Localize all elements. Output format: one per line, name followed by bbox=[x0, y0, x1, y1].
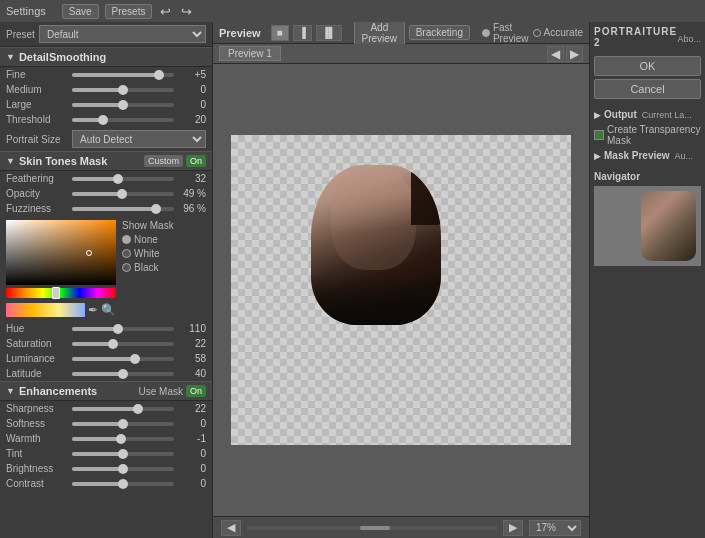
fine-label: Fine bbox=[6, 69, 68, 80]
black-radio-row[interactable]: Black bbox=[122, 262, 174, 273]
feathering-track[interactable] bbox=[72, 177, 174, 181]
threshold-track[interactable] bbox=[72, 118, 174, 122]
opacity-track[interactable] bbox=[72, 192, 174, 196]
medium-value: 0 bbox=[178, 84, 206, 95]
eyedropper-icon[interactable]: ✒ bbox=[88, 303, 98, 317]
prev-arrow[interactable]: ◀ bbox=[547, 46, 564, 62]
split-view-btn[interactable]: ▐ bbox=[293, 25, 312, 41]
portrait-mask bbox=[311, 165, 441, 325]
accurate-label: Accurate bbox=[544, 27, 583, 38]
hue-label: Hue bbox=[6, 323, 68, 334]
swatch-bar bbox=[6, 303, 85, 317]
preview-tabs-bar: Preview ■ ▐ ▐▌ Add Preview Bracketing Fa… bbox=[213, 22, 589, 44]
hue-value: 110 bbox=[178, 323, 206, 334]
scroll-bar[interactable] bbox=[247, 526, 497, 530]
none-radio-row[interactable]: None bbox=[122, 234, 174, 245]
none-label: None bbox=[134, 234, 158, 245]
portrait-size-select[interactable]: Auto Detect bbox=[72, 130, 206, 148]
fast-preview-radio[interactable] bbox=[482, 29, 490, 37]
zoom-select[interactable]: 17% 25% 50% 100% bbox=[529, 520, 581, 536]
contrast-track[interactable] bbox=[72, 482, 174, 486]
tint-track[interactable] bbox=[72, 452, 174, 456]
threshold-value: 20 bbox=[178, 114, 206, 125]
large-track[interactable] bbox=[72, 103, 174, 107]
medium-label: Medium bbox=[6, 84, 68, 95]
softness-label: Softness bbox=[6, 418, 68, 429]
show-mask-box: Show Mask None White Black bbox=[122, 220, 174, 273]
mask-preview-label[interactable]: Mask Preview bbox=[604, 150, 670, 161]
use-mask-label: Use Mask bbox=[139, 386, 183, 397]
large-label: Large bbox=[6, 99, 68, 110]
brightness-track[interactable] bbox=[72, 467, 174, 471]
color-picker[interactable] bbox=[6, 220, 116, 285]
bracketing-btn[interactable]: Bracketing bbox=[409, 25, 470, 40]
skin-tones-header[interactable]: ▼ Skin Tones Mask Custom On bbox=[0, 151, 212, 171]
about-label[interactable]: Abo... bbox=[677, 34, 701, 44]
redo-button[interactable]: ↪ bbox=[179, 4, 194, 19]
center-panel: Preview ■ ▐ ▐▌ Add Preview Bracketing Fa… bbox=[213, 22, 589, 538]
cancel-button[interactable]: Cancel bbox=[594, 79, 701, 99]
add-preview-btn[interactable]: Add Preview bbox=[354, 22, 405, 46]
none-radio[interactable] bbox=[122, 235, 131, 244]
white-label: White bbox=[134, 248, 160, 259]
skin-tones-title: Skin Tones Mask bbox=[19, 155, 144, 167]
swatches-row: ✒ 🔍 bbox=[6, 303, 116, 317]
mask-preview-row: ▶ Mask Preview Au... bbox=[594, 148, 701, 163]
dropper-icon[interactable]: 🔍 bbox=[101, 303, 116, 317]
sharpness-track[interactable] bbox=[72, 407, 174, 411]
save-button[interactable]: Save bbox=[62, 4, 99, 19]
detail-smoothing-header[interactable]: ▼ DetailSmoothing bbox=[0, 47, 212, 67]
navigator-label: Navigator bbox=[594, 171, 701, 182]
hue-bar[interactable] bbox=[6, 288, 116, 298]
canvas-area bbox=[213, 64, 589, 516]
portraiture-title: Portraiture 2 bbox=[594, 26, 677, 48]
mask-preview-arrow: ▶ bbox=[594, 151, 601, 161]
preset-label: Preset bbox=[6, 29, 35, 40]
zoom-out-btn[interactable]: ◀ bbox=[221, 520, 241, 536]
detail-smoothing-toggle: ▼ bbox=[6, 52, 15, 62]
black-radio[interactable] bbox=[122, 263, 131, 272]
fuzziness-slider-row: Fuzziness 96 % bbox=[0, 201, 212, 216]
hue-track[interactable] bbox=[72, 327, 174, 331]
warmth-track[interactable] bbox=[72, 437, 174, 441]
undo-button[interactable]: ↩ bbox=[158, 4, 173, 19]
double-view-btn[interactable]: ▐▌ bbox=[316, 25, 342, 41]
contrast-label: Contrast bbox=[6, 478, 68, 489]
create-transparency-label: Create Transparency Mask bbox=[607, 124, 701, 146]
ok-button[interactable]: OK bbox=[594, 56, 701, 76]
enhancements-header[interactable]: ▼ Enhancements Use Mask On bbox=[0, 381, 212, 401]
opacity-value: 49 % bbox=[178, 188, 206, 199]
skin-tones-on[interactable]: On bbox=[186, 155, 206, 167]
fine-track[interactable] bbox=[72, 73, 174, 77]
luminance-track[interactable] bbox=[72, 357, 174, 361]
preset-select[interactable]: Default bbox=[39, 25, 206, 43]
enhancements-toggle: ▼ bbox=[6, 386, 15, 396]
zoom-in-btn[interactable]: ▶ bbox=[503, 520, 523, 536]
medium-track[interactable] bbox=[72, 88, 174, 92]
enhancements-title: Enhancements bbox=[19, 385, 139, 397]
preset-row: Preset Default bbox=[0, 22, 212, 47]
portrait-image bbox=[311, 165, 441, 325]
latitude-slider-row: Latitude 40 bbox=[0, 366, 212, 381]
softness-track[interactable] bbox=[72, 422, 174, 426]
next-arrow[interactable]: ▶ bbox=[566, 46, 583, 62]
create-transparency-checkbox[interactable] bbox=[594, 130, 604, 140]
fuzziness-value: 96 % bbox=[178, 203, 206, 214]
white-radio[interactable] bbox=[122, 249, 131, 258]
softness-slider-row: Softness 0 bbox=[0, 416, 212, 431]
sharpness-value: 22 bbox=[178, 403, 206, 414]
accurate-radio[interactable] bbox=[533, 29, 541, 37]
enhancements-on[interactable]: On bbox=[186, 385, 206, 397]
brightness-slider-row: Brightness 0 bbox=[0, 461, 212, 476]
tint-value: 0 bbox=[178, 448, 206, 459]
preview1-tab[interactable]: Preview 1 bbox=[219, 46, 281, 61]
presets-button[interactable]: Presets bbox=[105, 4, 153, 19]
saturation-track[interactable] bbox=[72, 342, 174, 346]
accurate-option: Accurate bbox=[533, 27, 583, 38]
output-label[interactable]: Output bbox=[604, 109, 637, 120]
fuzziness-track[interactable] bbox=[72, 207, 174, 211]
single-view-btn[interactable]: ■ bbox=[271, 25, 289, 41]
white-radio-row[interactable]: White bbox=[122, 248, 174, 259]
threshold-slider-row: Threshold 20 bbox=[0, 112, 212, 127]
latitude-track[interactable] bbox=[72, 372, 174, 376]
